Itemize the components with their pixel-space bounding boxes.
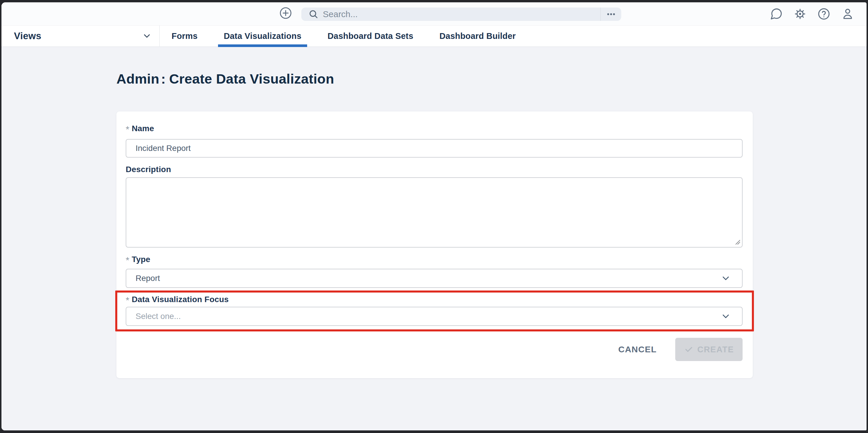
required-marker: *	[126, 296, 129, 305]
chevron-down-icon	[142, 31, 152, 41]
views-dropdown[interactable]: Views	[1, 26, 160, 47]
search-input[interactable]: Search...	[301, 7, 621, 21]
chevron-down-icon	[720, 273, 731, 283]
focus-select-placeholder: Select one...	[135, 312, 181, 321]
tab-dashboard-builder[interactable]: Dashboard Builder	[434, 26, 522, 47]
tab-dashboard-data-sets[interactable]: Dashboard Data Sets	[322, 26, 419, 47]
tab-forms[interactable]: Forms	[166, 26, 204, 47]
form-actions: CANCEL CREATE	[126, 338, 743, 361]
page-title-separator: :	[161, 71, 166, 87]
app-window: Search...	[1, 2, 867, 430]
top-header: Search...	[1, 2, 867, 26]
help-icon[interactable]	[817, 7, 831, 21]
name-input[interactable]	[126, 139, 743, 158]
search-more-icon[interactable]	[600, 7, 621, 21]
type-select-value: Report	[135, 274, 160, 283]
tab-bar: Forms Data Visualizations Dashboard Data…	[166, 26, 536, 47]
main-content: Admin:Create Data Visualization * Name D…	[1, 47, 867, 430]
tab-forms-label: Forms	[172, 31, 198, 41]
header-icon-group	[770, 2, 855, 26]
type-field-label: * Type	[126, 254, 743, 265]
chat-icon[interactable]	[770, 7, 783, 21]
tab-data-visualizations-label: Data Visualizations	[224, 31, 302, 41]
search-placeholder: Search...	[323, 9, 600, 19]
description-textarea-wrap	[126, 177, 743, 248]
chevron-down-icon	[720, 311, 731, 321]
create-button-label: CREATE	[697, 345, 734, 354]
focus-select[interactable]: Select one...	[126, 307, 743, 326]
required-marker: *	[126, 125, 129, 134]
user-account-icon[interactable]	[841, 7, 855, 21]
check-icon	[684, 345, 693, 354]
page-title-main: Create Data Visualization	[169, 71, 334, 87]
name-field-label: * Name	[126, 124, 743, 133]
views-dropdown-label: Views	[14, 30, 41, 41]
description-textarea[interactable]	[126, 177, 743, 248]
settings-gear-icon[interactable]	[794, 7, 807, 21]
type-select[interactable]: Report	[126, 269, 743, 288]
tab-dashboard-data-sets-label: Dashboard Data Sets	[328, 31, 413, 41]
cancel-button[interactable]: CANCEL	[618, 344, 657, 354]
search-icon	[308, 9, 319, 20]
focus-field-label: * Data Visualization Focus	[126, 295, 743, 304]
required-marker: *	[126, 256, 129, 265]
tab-data-visualizations[interactable]: Data Visualizations	[218, 26, 307, 47]
description-field-label: Description	[126, 164, 743, 175]
tab-dashboard-builder-label: Dashboard Builder	[439, 31, 516, 41]
resize-handle-icon[interactable]	[733, 238, 741, 245]
create-button[interactable]: CREATE	[675, 338, 743, 361]
create-visualization-form-card: * Name Description * Type	[116, 112, 753, 378]
page-title: Admin:Create Data Visualization	[1, 47, 867, 87]
page-title-prefix: Admin	[116, 71, 159, 87]
secondary-nav: Views Forms Data Visualizations Dashboar…	[1, 26, 867, 47]
add-icon[interactable]	[279, 6, 292, 20]
